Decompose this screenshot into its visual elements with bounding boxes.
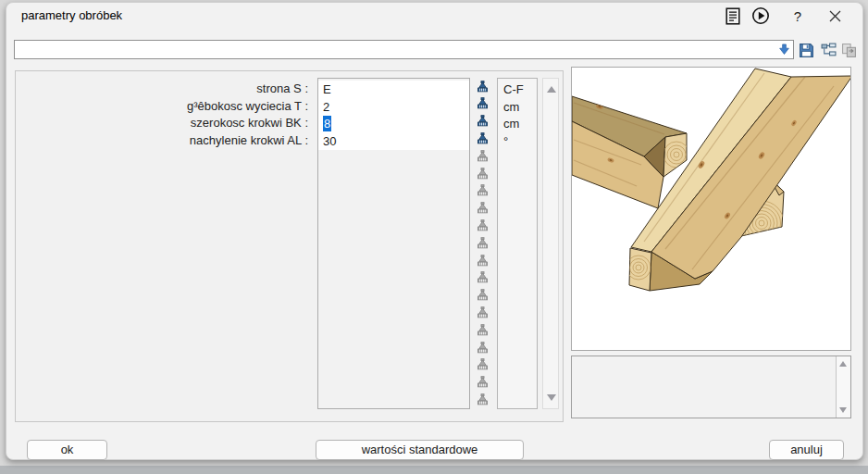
stamp-icon[interactable]: [477, 255, 489, 267]
parameters-panel: strona S :g³êbokosc wyciecia T :szerokos…: [15, 70, 564, 422]
stamp-icon[interactable]: [477, 97, 489, 109]
stamp-icon[interactable]: [477, 271, 489, 283]
stamp-icon[interactable]: [477, 202, 489, 214]
preview-3d-wood-joint: [571, 67, 851, 351]
stamp-icon[interactable]: [477, 306, 489, 318]
param-value[interactable]: 30: [318, 132, 469, 150]
stamp-icon[interactable]: [477, 324, 489, 336]
param-label: szerokosc krokwi BK :: [16, 114, 308, 131]
param-unit: C-F: [498, 81, 537, 98]
param-value[interactable]: 2: [318, 98, 469, 116]
cancel-button[interactable]: anuluj: [769, 440, 844, 460]
transfer-icon: [839, 41, 858, 59]
desktop-background: [0, 466, 868, 474]
param-unit: cm: [498, 115, 537, 132]
param-unit: °: [498, 132, 537, 150]
param-label: nachylenie krokwi AL :: [16, 131, 308, 149]
stamp-icon[interactable]: [477, 289, 489, 301]
values-listbox[interactable]: E2830: [317, 78, 470, 409]
dropdown-arrow-icon[interactable]: [775, 42, 792, 57]
stamp-icon[interactable]: [477, 115, 489, 127]
notes-icon[interactable]: [721, 3, 745, 29]
stamp-icon[interactable]: [477, 358, 489, 370]
stamp-icon[interactable]: [477, 376, 489, 388]
stamp-icon[interactable]: [477, 132, 489, 144]
dialog-parametry-obrobek: parametry obróbek ? strona S :g³êbokosc …: [6, 2, 863, 460]
titlebar: parametry obróbek ?: [6, 3, 862, 29]
param-value[interactable]: E: [318, 81, 469, 98]
dialog-title: parametry obróbek: [21, 3, 122, 29]
help-button[interactable]: ?: [786, 3, 810, 29]
stamp-icon[interactable]: [477, 81, 489, 93]
stamp-icon[interactable]: [477, 393, 489, 405]
stamp-icon[interactable]: [477, 237, 489, 249]
ok-button[interactable]: ok: [27, 440, 107, 460]
selected-text: 8: [323, 116, 331, 131]
stamp-icon[interactable]: [477, 342, 489, 354]
param-value[interactable]: 8: [318, 115, 469, 132]
param-label: g³êbokosc wyciecia T :: [16, 97, 308, 115]
save-icon[interactable]: [797, 41, 815, 59]
param-label: strona S :: [16, 80, 308, 97]
message-scrollbar[interactable]: [836, 356, 850, 418]
stamp-icon[interactable]: [477, 184, 489, 196]
stamp-icon[interactable]: [477, 219, 489, 231]
param-unit: cm: [498, 98, 537, 116]
standard-values-button[interactable]: wartości standardowe: [316, 440, 524, 460]
play-icon[interactable]: [749, 3, 773, 29]
scroll-down-icon[interactable]: [839, 407, 847, 413]
preset-combobox[interactable]: [14, 40, 794, 59]
tree-view-icon[interactable]: [819, 41, 837, 59]
scroll-up-icon[interactable]: [547, 86, 556, 93]
preset-input[interactable]: [17, 42, 770, 58]
close-icon[interactable]: [823, 3, 847, 29]
parameters-scrollbar[interactable]: [542, 78, 559, 409]
message-area: [571, 356, 851, 418]
stamp-icon[interactable]: [477, 168, 489, 180]
units-listbox: C-Fcmcm°: [497, 78, 538, 409]
scroll-up-icon[interactable]: [839, 361, 847, 367]
scroll-down-icon[interactable]: [547, 394, 556, 401]
stamp-icon[interactable]: [477, 150, 489, 162]
